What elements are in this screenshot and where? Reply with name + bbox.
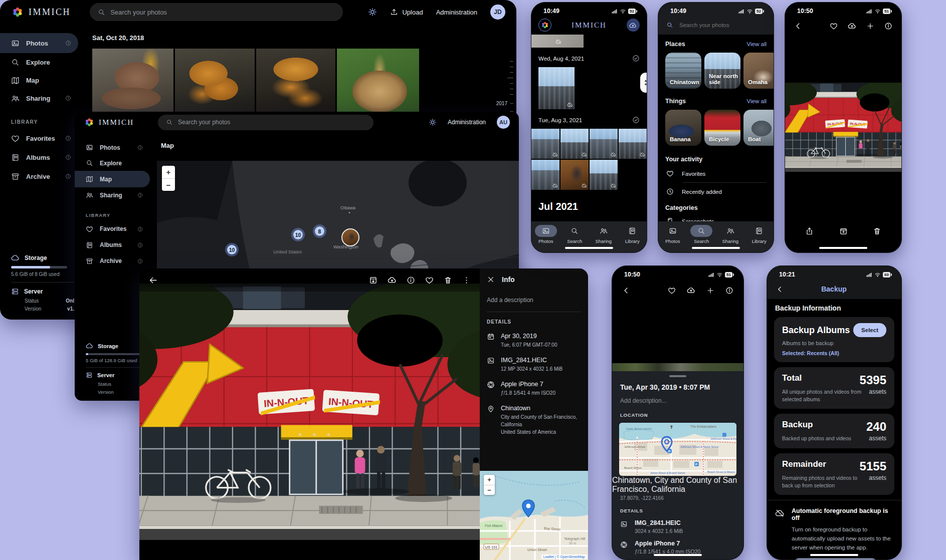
sidebar-item-archive[interactable]: Archive (0, 167, 78, 186)
place-tile[interactable]: Near north side (704, 53, 740, 89)
detail-row-location[interactable]: Chinatown City and County of San Francis… (487, 405, 581, 436)
info-icon[interactable] (137, 242, 143, 248)
administration-link[interactable]: Administration (436, 9, 477, 16)
sheet-drag-handle[interactable] (669, 375, 686, 377)
nav-sharing[interactable]: Sharing (717, 225, 743, 244)
nav-photos[interactable]: Photos (533, 225, 559, 244)
photo-thumbnail[interactable] (619, 129, 647, 159)
immich-logo-icon[interactable] (538, 19, 551, 32)
backup-avatar-button[interactable] (627, 19, 640, 32)
map-cluster-marker[interactable]: 8 (313, 224, 326, 238)
photo-thumbnail[interactable] (590, 129, 618, 159)
photo-thumbnail[interactable] (590, 160, 618, 190)
favorites-row[interactable]: Favorites (666, 170, 774, 177)
photo-thumbnail[interactable] (531, 129, 559, 159)
info-icon[interactable] (65, 40, 71, 46)
map-attribution[interactable]: Leaflet | © OpenStreetMap (541, 554, 587, 559)
add-to-album-icon[interactable] (839, 227, 848, 235)
info-icon[interactable] (65, 173, 71, 179)
photo-thumbnail[interactable] (560, 160, 589, 190)
trash-icon[interactable] (873, 227, 881, 235)
nav-library[interactable]: Library (746, 225, 772, 244)
detail-row-date[interactable]: Apr 30, 2019Tue, 6:07 PM GMT-07:00 (487, 333, 581, 349)
sidebar-item-albums[interactable]: Albums (0, 148, 78, 167)
photo-thumbnail[interactable] (92, 49, 173, 118)
thing-tile[interactable]: Banana (665, 110, 701, 146)
photo-in-n-out[interactable] (785, 83, 901, 172)
nav-search[interactable]: Search (688, 225, 714, 244)
location-map[interactable]: US 101 Fort Mason Bay Street Union Stree… (480, 471, 588, 560)
back-button-icon[interactable] (148, 275, 158, 285)
info-icon[interactable] (137, 192, 143, 198)
info-icon[interactable] (884, 22, 892, 30)
places-view-all[interactable]: View all (747, 41, 767, 47)
sidebar-item-sharing[interactable]: Sharing (75, 187, 150, 203)
sidebar-item-favorites[interactable]: Favorites (0, 129, 78, 148)
sidebar-item-archive[interactable]: Archive (75, 253, 150, 269)
search-input[interactable] (110, 9, 335, 16)
search-bar[interactable] (158, 115, 373, 130)
map-zoom-control[interactable]: + − (162, 166, 175, 191)
archive-asset-icon[interactable] (369, 276, 377, 285)
fast-scroller[interactable]: ▲▼ (640, 73, 647, 93)
photo-thumbnail[interactable] (256, 49, 335, 118)
sidebar-item-photos[interactable]: Photos (0, 33, 78, 53)
info-icon[interactable] (407, 276, 415, 285)
place-tile[interactable]: Omaha (743, 53, 774, 89)
back-chevron-icon[interactable] (776, 286, 784, 293)
photo-in-n-out[interactable] (139, 284, 480, 540)
user-avatar[interactable]: AU (497, 116, 510, 129)
recently-added-row[interactable]: Recently added (666, 188, 774, 195)
photo-thumbnail[interactable] (531, 160, 559, 190)
sidebar-item-albums[interactable]: Albums (75, 237, 150, 253)
asset-address[interactable]: Chinatown, City and County of San Franci… (612, 476, 743, 494)
user-avatar[interactable]: JD (490, 5, 505, 20)
select-day-icon[interactable] (632, 116, 640, 124)
add-description-field[interactable]: Add a description (487, 297, 581, 304)
add-icon[interactable] (706, 287, 714, 295)
search-input[interactable] (679, 22, 766, 28)
nav-photos[interactable]: Photos (660, 225, 686, 244)
photo-thumbnail[interactable] (337, 49, 419, 118)
things-view-all[interactable]: View all (747, 98, 767, 104)
sidebar-item-map[interactable]: Map (75, 171, 150, 187)
map-photo-marker[interactable] (341, 228, 359, 246)
info-icon[interactable] (137, 145, 143, 150)
add-icon[interactable] (866, 22, 874, 30)
timeline-scrubber[interactable]: 2017 (495, 56, 513, 117)
photo-thumbnail[interactable] (175, 49, 255, 118)
photo-thumbnail[interactable] (560, 129, 589, 159)
back-chevron-icon[interactable] (622, 287, 630, 295)
map-cluster-marker[interactable]: 10 (225, 243, 239, 256)
photo-thumbnail-partial[interactable] (531, 35, 584, 48)
theme-toggle-icon[interactable] (368, 8, 377, 17)
thing-tile[interactable]: Bicycle (704, 110, 740, 146)
info-icon[interactable] (65, 135, 71, 141)
thing-tile[interactable]: Boat (743, 110, 774, 146)
upload-cloud-icon[interactable] (848, 22, 856, 30)
zoom-in-button[interactable]: + (162, 166, 175, 178)
info-icon[interactable] (65, 154, 71, 160)
info-icon[interactable] (725, 287, 733, 295)
more-options-icon[interactable] (462, 276, 471, 285)
photo-sliver[interactable] (612, 363, 743, 371)
nav-search[interactable]: Search (561, 225, 588, 244)
nav-sharing[interactable]: Sharing (591, 225, 617, 244)
search-input[interactable] (178, 119, 365, 126)
info-icon[interactable] (65, 95, 71, 101)
favorite-heart-icon[interactable] (425, 276, 434, 285)
zoom-out-button[interactable]: − (162, 178, 175, 191)
administration-link[interactable]: Administration (448, 119, 486, 126)
select-day-icon[interactable] (632, 55, 640, 62)
sidebar-item-explore[interactable]: Explore (75, 155, 150, 171)
search-bar[interactable] (658, 15, 774, 29)
favorite-heart-icon[interactable] (830, 22, 838, 30)
share-icon[interactable] (805, 227, 814, 235)
close-panel-icon[interactable] (487, 275, 495, 284)
location-map[interactable]: PP Hyde Street Harbor The Embarcadero Je… (619, 423, 736, 476)
trash-icon[interactable] (444, 276, 452, 285)
nav-library[interactable]: Library (619, 225, 645, 244)
zoom-out-button[interactable]: − (484, 485, 495, 495)
download-icon[interactable] (388, 275, 397, 285)
photo-thumbnail[interactable] (538, 67, 575, 109)
